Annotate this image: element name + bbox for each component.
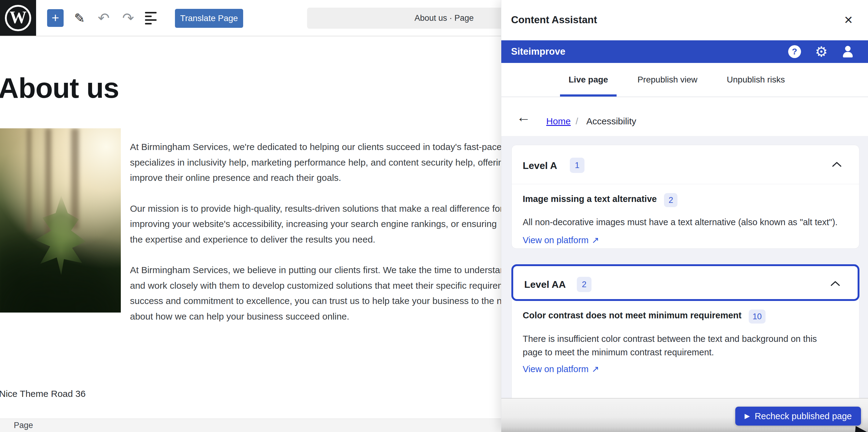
group-count-badge: 2 <box>577 277 591 292</box>
text-line: success and commitment to excellence, yo… <box>130 293 501 309</box>
tree-trunk <box>27 128 31 232</box>
translate-page-button[interactable]: Translate Page <box>175 9 243 28</box>
issue-title: Color contrast does not meet minimum req… <box>523 310 741 321</box>
issue-image-alt: Image missing a text alternative2 All no… <box>512 194 859 245</box>
link-label: View on platform <box>523 235 588 245</box>
gear-icon[interactable]: ⚙ <box>815 44 828 59</box>
issue-count-badge: 10 <box>749 309 765 324</box>
breadcrumb: ← Home / Accessibility <box>501 98 868 136</box>
status-bar-page-label[interactable]: Page <box>14 421 33 430</box>
text-line: about how we can help your business succ… <box>130 309 501 325</box>
group-count-badge: 1 <box>570 158 585 173</box>
brand-bar-icons: ? ⚙ <box>788 40 854 63</box>
undo-icon[interactable]: ↶ <box>94 0 113 36</box>
text-line: and work closely with them to develop cu… <box>130 278 501 294</box>
chevron-up-icon <box>832 161 842 169</box>
wordpress-icon: W <box>5 5 31 31</box>
page-heading[interactable]: About us <box>0 72 119 104</box>
text-line: Our mission is to provide high-quality, … <box>130 201 501 217</box>
text-line: improving your website's accessibility, … <box>130 216 501 232</box>
block-inserter-button[interactable]: + <box>47 9 64 27</box>
tab-label: Prepublish view <box>638 75 698 85</box>
redo-icon[interactable]: ↷ <box>119 0 137 36</box>
group-name: Level A <box>523 160 557 171</box>
text-line: specializes in inclusivity help, marketi… <box>130 155 501 170</box>
tab-prepublish-view[interactable]: Prepublish view <box>627 63 708 97</box>
card-divider <box>512 184 859 184</box>
paragraph[interactable]: At Birmingham Services, we believe in pu… <box>130 262 501 324</box>
panel-footer: ▶ Recheck published page <box>501 398 868 432</box>
page-body-text[interactable]: At Birmingham Services, we're dedicated … <box>130 139 501 339</box>
edit-mode-icon[interactable]: ✎ <box>71 0 88 36</box>
level-a-accordion-header[interactable]: Level A 1 <box>512 145 859 184</box>
issue-title: Image missing a text alternative <box>523 194 657 204</box>
view-on-platform-link[interactable]: View on platform↗ <box>523 364 599 374</box>
active-tab-underline <box>560 94 617 97</box>
screenshot-root: W + ✎ ↶ ↷ Translate Page About us · Page… <box>0 0 868 432</box>
tab-live-page[interactable]: Live page <box>558 63 618 97</box>
issue-count-badge: 2 <box>664 193 678 207</box>
panel-header: Content Assistant ✕ <box>501 0 868 40</box>
group-name: Level AA <box>524 279 566 290</box>
account-icon-torso <box>843 52 853 58</box>
level-a-card: Level A 1 Image missing a text alternati… <box>512 145 860 249</box>
wordpress-w-glyph: W <box>9 9 27 26</box>
external-link-icon: ↗ <box>591 235 599 245</box>
panel-tabs: Live page Prepublish view Unpublish risk… <box>501 63 868 97</box>
play-icon: ▶ <box>744 412 750 420</box>
level-aa-accordion-header[interactable]: Level AA 2 <box>512 264 860 301</box>
chevron-up-icon <box>830 280 840 288</box>
account-icon-head <box>845 46 850 51</box>
recheck-published-page-button[interactable]: ▶ Recheck published page <box>735 407 861 426</box>
breadcrumb-home-link[interactable]: Home <box>546 116 571 127</box>
recheck-button-label: Recheck published page <box>754 411 852 421</box>
issue-description-line: page to meet the minimum contrast requir… <box>523 345 848 359</box>
account-icon[interactable] <box>842 45 854 58</box>
paragraph[interactable]: Our mission is to provide high-quality, … <box>130 201 501 247</box>
paragraph[interactable]: At Birmingham Services, we're dedicated … <box>130 139 501 186</box>
tab-label: Unpublish risks <box>727 75 785 85</box>
document-overview-icon[interactable] <box>145 0 161 36</box>
back-arrow-icon[interactable]: ← <box>517 109 531 125</box>
text-line: improve their online presence and reach … <box>130 170 501 186</box>
text-line: At Birmingham Services, we're dedicated … <box>130 139 501 155</box>
tab-label: Live page <box>568 75 608 85</box>
issue-description: All non-decorative images must have a te… <box>523 215 848 229</box>
view-on-platform-link[interactable]: View on platform↗ <box>523 235 599 245</box>
siteimprove-logo: Siteimprove <box>511 46 565 57</box>
external-link-icon: ↗ <box>591 364 599 374</box>
breadcrumb-current: Accessibility <box>586 116 636 127</box>
tab-unpublish-risks[interactable]: Unpublish risks <box>716 63 795 97</box>
address-text[interactable]: Nice Theme Road 36 <box>0 389 86 399</box>
tree-trunk <box>71 128 79 229</box>
text-line: At Birmingham Services, we believe in pu… <box>130 262 501 278</box>
text-line: the expertise and experience to deliver … <box>130 232 501 247</box>
wordpress-logo-button[interactable]: W <box>0 0 36 36</box>
content-assistant-panel: Content Assistant ✕ Siteimprove ? ⚙ Live… <box>501 0 868 432</box>
issue-description-line: There is insufficient color contrast bet… <box>523 332 848 345</box>
panel-title: Content Assistant <box>511 14 597 26</box>
close-icon[interactable]: ✕ <box>842 13 855 27</box>
siteimprove-brand-bar: Siteimprove ? ⚙ <box>501 40 868 63</box>
breadcrumb-separator: / <box>576 116 578 127</box>
forest-undergrowth <box>0 230 121 312</box>
document-tab-label: About us · Page <box>414 13 474 23</box>
link-label: View on platform <box>523 364 588 374</box>
panel-body: Level A 1 Image missing a text alternati… <box>501 136 868 432</box>
help-icon[interactable]: ? <box>788 45 801 58</box>
forest-image-block[interactable] <box>0 128 121 312</box>
